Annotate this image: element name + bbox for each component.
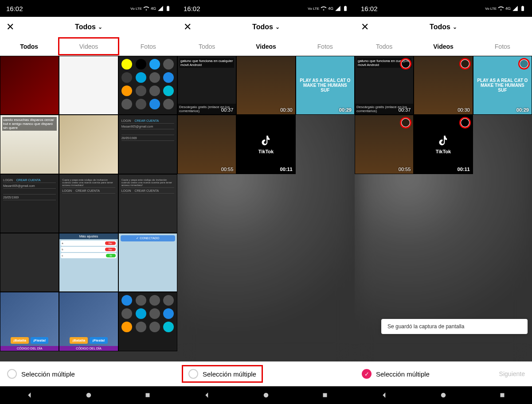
video-thumb[interactable]: TikTok 00:11 [236,115,295,174]
tab-videos[interactable]: Videos [236,37,295,55]
close-icon[interactable]: ✕ [184,21,192,33]
phone-screen-2: 16:02 Vo LTE 4G ✕ Todos ⌄ Todos Videos F… [177,0,355,404]
thumb[interactable] [0,233,59,292]
select-circle[interactable] [460,59,470,69]
select-circle[interactable] [519,59,529,69]
nav-bar [355,386,532,404]
select-circle[interactable] [460,118,470,128]
bottom-bar: Selección múltiple [0,361,177,386]
thumb[interactable]: Más ajustes aNobNocSí [59,233,118,292]
duration: 00:11 [280,167,293,172]
thumb[interactable]: ¡Batalla ¡Fiesta! CÓDIGO DEL DÍA [59,292,118,351]
status-bar: 16:02 Vo LTE 4G [355,0,532,17]
status-bar: 16:02 Vo LTE 4G [0,0,177,17]
album-title: Todos [75,23,96,31]
nav-home-icon[interactable] [85,391,93,399]
duration: 00:37 [221,107,234,113]
bottom-bar: ✓ Selección múltiple Siguiente [355,361,532,386]
select-circle[interactable] [401,118,411,128]
multi-select-toggle[interactable] [188,369,198,379]
multi-select-toggle[interactable]: ✓ [362,369,372,379]
tab-fotos[interactable]: Fotos [473,37,532,55]
video-thumb[interactable]: PLAY AS A REAL CAT O MAKE THE HUMANS SUF… [473,56,532,115]
bottom-bar: Selección múltiple [182,365,263,383]
svg-point-0 [86,393,91,398]
thumb[interactable]: LOGINCREAR CUENTA Masan905@gmail.com 28/… [118,115,177,174]
tab-todos[interactable]: Todos [355,37,414,55]
nav-recent-icon[interactable] [321,391,329,399]
duration: 00:55 [221,167,234,172]
album-title: Todos [430,23,450,31]
nav-back-icon[interactable] [26,391,34,399]
thumb[interactable]: Copia y pega este código de invitación c… [118,174,177,233]
tab-todos[interactable]: Todos [177,37,236,55]
video-thumb[interactable]: 00:55 [177,115,236,174]
status-time: 16:02 [6,5,23,12]
media-tabs: Todos Videos Fotos [355,37,532,56]
nav-back-icon[interactable] [380,391,388,399]
album-dropdown[interactable]: Todos ⌄ [252,23,280,31]
thumb[interactable]: ¡Batalla ¡Fiesta! CÓDIGO DEL DÍA [0,292,59,351]
close-icon[interactable]: ✕ [6,21,14,33]
thumb[interactable] [59,56,118,115]
phone-screen-1: 16:02 Vo LTE 4G ✕ Todos ⌄ Todos Videos F… [0,0,177,404]
tab-fotos[interactable]: Fotos [119,37,177,55]
svg-rect-3 [323,393,327,397]
nav-recent-icon[interactable] [144,391,152,399]
duration: 00:11 [458,167,470,172]
video-thumb[interactable]: 00:30 [236,56,295,115]
svg-point-4 [441,393,446,398]
multi-select-label: Selección múltiple [203,370,256,378]
video-thumb[interactable]: 00:55 [355,115,414,174]
status-time: 16:02 [184,5,200,12]
svg-rect-1 [146,393,150,397]
thumb[interactable] [118,56,177,115]
picker-header: ✕ Todos ⌄ [355,17,532,37]
nav-home-icon[interactable] [439,391,447,399]
nav-bar [177,386,355,404]
duration: 00:30 [458,107,470,113]
multi-select-label: Selección múltiple [376,370,430,378]
video-thumb[interactable]: TikTok 00:11 [414,115,473,174]
tab-videos[interactable]: Videos [58,37,119,55]
nav-bar [0,386,177,404]
album-dropdown[interactable]: Todos ⌄ [430,23,457,31]
svg-rect-5 [501,393,505,397]
album-dropdown[interactable]: Todos ⌄ [75,23,102,31]
video-thumb[interactable]: gatuno que funciona en cualquier móvil A… [355,56,414,115]
tab-fotos[interactable]: Fotos [296,37,355,55]
status-icons: Vo LTE 4G [130,5,171,12]
screenshot-toast: Se guardó la captura de pantalla [381,319,528,334]
thumb[interactable] [0,56,59,115]
nav-back-icon[interactable] [203,391,211,399]
video-thumb[interactable]: 00:30 [414,56,473,115]
thumb[interactable]: LOGINCREAR CUENTA Masan905@gmail.com 28/… [0,174,59,233]
thumb[interactable] [118,292,177,351]
thumb[interactable]: uando escuchas disparos cerca/ but e ami… [0,115,59,174]
thumb[interactable]: ✓ CONECTADO [118,233,177,292]
thumb[interactable] [59,115,118,174]
svg-point-2 [264,393,269,398]
tab-todos[interactable]: Todos [0,37,58,55]
duration: 00:37 [399,107,411,113]
picker-header: ✕ Todos ⌄ [177,17,355,37]
chevron-down-icon: ⌄ [453,24,457,30]
tab-videos[interactable]: Videos [414,37,473,55]
media-grid: gatuno que funciona en cualquier móvil A… [355,56,532,361]
picker-header: ✕ Todos ⌄ [0,17,177,37]
duration: 00:30 [280,107,293,113]
close-icon[interactable]: ✕ [361,21,369,33]
multi-select-toggle[interactable] [7,369,17,379]
nav-home-icon[interactable] [262,391,270,399]
media-grid: uando escuchas disparos cerca/ but e ami… [0,56,177,361]
status-icons: Vo LTE 4G [485,5,526,12]
media-tabs: Todos Videos Fotos [177,37,355,56]
next-button[interactable]: Siguiente [499,370,525,377]
nav-recent-icon[interactable] [498,391,506,399]
video-thumb[interactable]: PLAY AS A REAL CAT O MAKE THE HUMANS SUF… [296,56,355,115]
chevron-down-icon: ⌄ [98,24,102,30]
duration: 00:55 [399,167,411,172]
thumb[interactable]: Copia y pega este código de invitación c… [59,174,118,233]
video-thumb[interactable]: gatuno que funciona en cualquier móvil A… [177,56,236,115]
duration: 00:29 [339,107,352,113]
